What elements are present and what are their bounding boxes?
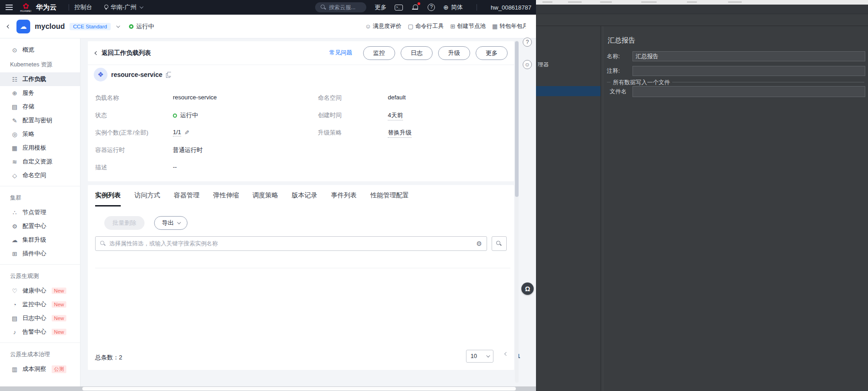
alarm-center-icon: ♪ <box>11 329 18 336</box>
cluster-action-calendar[interactable]: ▦转包年包月 <box>492 22 526 30</box>
sidebar-item-cluster-upgrade[interactable]: ☁集群升级 <box>0 233 80 247</box>
sidebar-item-configmaps-secrets[interactable]: ✎配置与密钥 <box>0 114 80 127</box>
batch-delete-button[interactable]: 批量删除 <box>104 216 145 230</box>
sidebar-item-app-templates[interactable]: ▦应用模板 <box>0 141 80 155</box>
sidebar-item-badge: New <box>52 288 66 294</box>
configuration-center-icon: ⚙ <box>11 223 18 230</box>
faq-link[interactable]: 常见问题 <box>329 49 352 57</box>
tab-容器管理[interactable]: 容器管理 <box>174 191 199 206</box>
field-label: 状态 <box>95 111 107 119</box>
detail-header-row: 返回工作负载列表 常见问题 监控日志升级更多 <box>88 41 514 65</box>
jmeter-window: 理器 汇总报告 名称: 注释: 所有数据写入一个文件 文件名 <box>536 0 868 391</box>
console-link[interactable]: 控制台 <box>75 3 92 11</box>
more-link[interactable]: 更多 <box>375 3 386 11</box>
field-value: 1/1✎ <box>173 129 189 136</box>
region-selector[interactable]: 华南-广州 <box>111 3 136 11</box>
add-on-center-icon: ⊞ <box>11 250 18 257</box>
tab-版本记录[interactable]: 版本记录 <box>292 191 317 206</box>
back-to-workload-list[interactable]: 返回工作负载列表 <box>95 49 151 57</box>
globe-icon: ⊕ <box>443 4 449 11</box>
field-label: 创建时间 <box>318 111 342 119</box>
sidebar-item-workloads[interactable]: ☷工作负载 <box>0 72 80 86</box>
cluster-action-smiley[interactable]: ☺满意度评价 <box>365 22 402 30</box>
workload-action-button-日志[interactable]: 日志 <box>401 46 433 60</box>
workload-action-button-升级[interactable]: 升级 <box>438 46 470 60</box>
hamburger-menu-icon[interactable] <box>5 5 13 10</box>
language-switcher[interactable]: ⊕简体 <box>443 3 463 11</box>
name-input[interactable] <box>632 51 865 61</box>
cluster-upgrade-icon: ☁ <box>11 237 18 244</box>
export-button[interactable]: 导出 <box>154 216 188 230</box>
sidebar-item-logging-center[interactable]: ▤日志中心New <box>0 311 80 325</box>
sidebar-item-badge: New <box>52 315 66 321</box>
tab-调度策略[interactable]: 调度策略 <box>252 191 278 206</box>
pod-list-card: 实例列表访问方式容器管理弹性伸缩调度策略版本记录事件列表性能管理配置 批量删除 … <box>88 185 514 370</box>
policies-icon: ◎ <box>11 131 18 138</box>
sidebar-item-policies[interactable]: ◎策略 <box>0 127 80 141</box>
tab-性能管理配置[interactable]: 性能管理配置 <box>370 191 409 206</box>
filename-input[interactable] <box>632 86 865 97</box>
header-buttons: 监控日志升级更多 <box>358 46 508 60</box>
tab-访问方式[interactable]: 访问方式 <box>134 191 160 206</box>
cluster-switch-chevron-icon[interactable] <box>116 24 120 27</box>
sidebar-item-label: 应用模板 <box>22 144 46 152</box>
detail-tabs: 实例列表访问方式容器管理弹性伸缩调度策略版本记录事件列表性能管理配置 <box>95 191 409 206</box>
help-icon[interactable]: ? <box>428 4 435 11</box>
cluster-status-icon <box>129 24 134 29</box>
page-size-select[interactable]: 10 <box>466 350 493 363</box>
sidebar-item-namespaces[interactable]: ◇命名空间 <box>0 168 80 182</box>
prev-page-icon[interactable] <box>504 352 508 356</box>
sidebar-item-configuration-center[interactable]: ⚙配置中心 <box>0 219 80 233</box>
global-search[interactable]: 搜索云服... <box>315 2 366 12</box>
workload-detail-card: 返回工作负载列表 常见问题 监控日志升级更多 ❖ resource-servic… <box>88 41 514 181</box>
tab-弹性伸缩[interactable]: 弹性伸缩 <box>213 191 239 206</box>
sidebar-item-label: 集群升级 <box>22 236 46 244</box>
cluster-action-terminal[interactable]: ▢命令行工具 <box>408 22 444 30</box>
tab-实例列表[interactable]: 实例列表 <box>95 191 121 206</box>
vertical-scrollbar-thumb[interactable] <box>515 41 519 197</box>
filter-settings-gear-icon[interactable]: ⚙ <box>476 240 482 247</box>
huawei-cloud-console-window: ✿HUAWEI 华为云 控制台 华南-广州 搜索云服... 更多 >_ ? ⊕简… <box>0 0 536 391</box>
field-label: 容器运行时 <box>95 146 125 154</box>
workload-title-row: ❖ resource-service <box>94 67 171 82</box>
tab-事件列表[interactable]: 事件列表 <box>331 191 357 206</box>
status-running-icon <box>173 114 177 118</box>
back-icon[interactable] <box>7 24 11 28</box>
sidebar-item-monitoring-center[interactable]: ◔监控中心New <box>0 298 80 311</box>
sidebar-item-services[interactable]: ⊕服务 <box>0 86 80 100</box>
sidebar-item-alarm-center[interactable]: ♪告警中心New <box>0 325 80 339</box>
horizontal-scrollbar-thumb[interactable] <box>82 387 516 391</box>
sidebar-item-cost-insights[interactable]: ▥成本洞察公测 <box>0 362 80 376</box>
cluster-action-add-nodepool[interactable]: ⊞创建节点池 <box>450 22 486 30</box>
floating-help-button[interactable]: ? <box>523 38 532 47</box>
field-value: -- <box>173 163 177 170</box>
search-icon <box>100 241 106 246</box>
copy-icon[interactable] <box>166 72 171 77</box>
notifications-bell-icon[interactable] <box>411 4 419 11</box>
sidebar-item-overview[interactable]: ⊙概览 <box>0 43 80 57</box>
search-submit-button[interactable] <box>492 236 507 251</box>
comment-input[interactable] <box>632 66 865 76</box>
workload-action-button-更多[interactable]: 更多 <box>476 46 508 60</box>
edit-pencil-icon[interactable]: ✎ <box>184 129 189 136</box>
cluster-action-label: 满意度评价 <box>373 22 402 30</box>
tree-selected-item[interactable] <box>536 86 600 96</box>
sidebar-item-node-management[interactable]: ∴节点管理 <box>0 206 80 219</box>
workload-action-button-监控[interactable]: 监控 <box>363 46 395 60</box>
panel-title: 汇总报告 <box>608 36 635 45</box>
sidebar-item-add-on-center[interactable]: ⊞插件中心 <box>0 247 80 261</box>
sidebar-item-health-center[interactable]: ♡健康中心New <box>0 284 80 298</box>
sidebar-item-label: 日志中心 <box>22 314 46 322</box>
cli-terminal-icon[interactable]: >_ <box>395 4 403 11</box>
jmeter-tree-panel[interactable]: 理器 <box>536 26 600 391</box>
pod-filter-input[interactable] <box>109 240 473 247</box>
workload-name: resource-service <box>111 71 162 78</box>
customer-service-button[interactable]: Ω <box>521 282 534 295</box>
sidebar-item-custom-resources[interactable]: ≋自定义资源 <box>0 155 80 168</box>
notification-dot <box>418 2 420 5</box>
pod-filter-input-wrap: ⚙ <box>95 236 487 251</box>
tree-item-clipped-label[interactable]: 理器 <box>538 61 549 69</box>
sidebar-item-storage[interactable]: ▤存储 <box>0 100 80 114</box>
floating-feedback-button[interactable]: ☺ <box>523 60 532 69</box>
account-menu[interactable]: hw_008618787 <box>491 4 531 11</box>
